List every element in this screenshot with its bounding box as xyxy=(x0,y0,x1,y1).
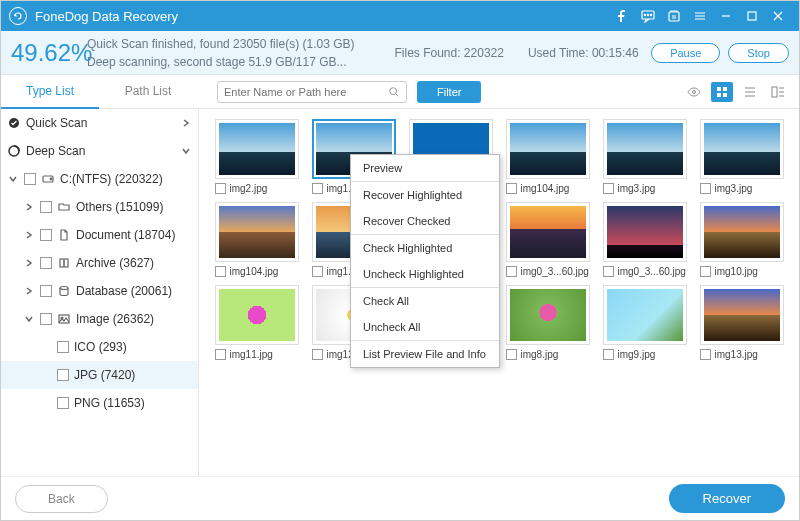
svg-rect-9 xyxy=(723,87,727,91)
ctx-recover-highlighted[interactable]: Recover Highlighted xyxy=(351,182,499,208)
chevron-right-icon xyxy=(23,231,35,239)
app-logo-icon xyxy=(9,7,27,25)
thumbnail[interactable]: img0_3...60.jpg xyxy=(599,202,690,277)
checkbox[interactable] xyxy=(603,349,614,360)
used-time: Used Time: 00:15:46 xyxy=(528,46,639,60)
thumbnail[interactable]: img2.jpg xyxy=(211,119,302,194)
status-bar: 49.62% Quick Scan finished, found 23050 … xyxy=(1,31,799,75)
checkbox[interactable] xyxy=(40,257,52,269)
sidebar-drive[interactable]: C:(NTFS) (220322) xyxy=(1,165,198,193)
preview-eye-icon[interactable] xyxy=(683,82,705,102)
check-circle-icon xyxy=(7,116,21,130)
svg-rect-12 xyxy=(772,87,777,97)
checkbox[interactable] xyxy=(57,341,69,353)
sidebar-database[interactable]: Database (20061) xyxy=(1,277,198,305)
ctx-recover-checked[interactable]: Recover Checked xyxy=(351,208,499,234)
filename: img3.jpg xyxy=(715,183,784,194)
sidebar-ico[interactable]: ICO (293) xyxy=(1,333,198,361)
checkbox[interactable] xyxy=(506,266,517,277)
app-title: FoneDog Data Recovery xyxy=(35,9,178,24)
svg-rect-8 xyxy=(717,87,721,91)
thumbnail[interactable]: img3.jpg xyxy=(599,119,690,194)
facebook-icon[interactable] xyxy=(609,1,635,31)
chevron-right-icon xyxy=(180,119,192,127)
thumbnail[interactable]: img3.jpg xyxy=(696,119,787,194)
checkbox[interactable] xyxy=(312,349,323,360)
checkbox[interactable] xyxy=(215,183,226,194)
filename: img104.jpg xyxy=(230,266,299,277)
checkbox[interactable] xyxy=(506,349,517,360)
pause-button[interactable]: Pause xyxy=(651,43,720,63)
ctx-list-preview[interactable]: List Preview File and Info xyxy=(351,341,499,367)
archive-icon xyxy=(57,257,71,269)
sidebar-quick-scan[interactable]: Quick Scan xyxy=(1,109,198,137)
thumbnail[interactable]: img10.jpg xyxy=(696,202,787,277)
sidebar-deep-scan[interactable]: Deep Scan xyxy=(1,137,198,165)
folder-icon xyxy=(57,201,71,213)
tab-type-list[interactable]: Type List xyxy=(1,75,99,109)
checkbox[interactable] xyxy=(312,183,323,194)
thumbnail[interactable]: img8.jpg xyxy=(502,285,593,360)
detail-view-icon[interactable] xyxy=(767,82,789,102)
sidebar-png[interactable]: PNG (11653) xyxy=(1,389,198,417)
grid-view-icon[interactable] xyxy=(711,82,733,102)
register-icon[interactable] xyxy=(661,1,687,31)
thumbnail[interactable]: img104.jpg xyxy=(502,119,593,194)
checkbox[interactable] xyxy=(603,266,614,277)
status-line1: Quick Scan finished, found 23050 file(s)… xyxy=(87,37,354,51)
ctx-uncheck-all[interactable]: Uncheck All xyxy=(351,314,499,340)
checkbox[interactable] xyxy=(603,183,614,194)
thumbnail[interactable]: img9.jpg xyxy=(599,285,690,360)
filename: img0_3...60.jpg xyxy=(521,266,590,277)
checkbox[interactable] xyxy=(700,349,711,360)
close-icon[interactable] xyxy=(765,1,791,31)
checkbox[interactable] xyxy=(40,201,52,213)
checkbox[interactable] xyxy=(57,397,69,409)
sidebar-archive[interactable]: Archive (3627) xyxy=(1,249,198,277)
minimize-icon[interactable] xyxy=(713,1,739,31)
checkbox[interactable] xyxy=(24,173,36,185)
sidebar-document[interactable]: Document (18704) xyxy=(1,221,198,249)
svg-rect-11 xyxy=(723,93,727,97)
app-window: FoneDog Data Recovery 49.62% Quick Scan … xyxy=(0,0,800,521)
ctx-check-highlighted[interactable]: Check Highlighted xyxy=(351,235,499,261)
filename: img11.jpg xyxy=(230,349,299,360)
checkbox[interactable] xyxy=(40,285,52,297)
checkbox[interactable] xyxy=(215,266,226,277)
thumbnail[interactable]: img13.jpg xyxy=(696,285,787,360)
checkbox[interactable] xyxy=(57,369,69,381)
back-button[interactable]: Back xyxy=(15,485,108,513)
search-box[interactable] xyxy=(217,81,407,103)
document-icon xyxy=(57,229,71,241)
checkbox[interactable] xyxy=(700,183,711,194)
chevron-right-icon xyxy=(23,203,35,211)
ctx-preview[interactable]: Preview xyxy=(351,155,499,181)
stop-button[interactable]: Stop xyxy=(728,43,789,63)
sidebar-others[interactable]: Others (151099) xyxy=(1,193,198,221)
checkbox[interactable] xyxy=(312,266,323,277)
sidebar-image[interactable]: Image (26362) xyxy=(1,305,198,333)
filter-button[interactable]: Filter xyxy=(417,81,481,103)
chevron-down-icon xyxy=(180,147,192,155)
checkbox[interactable] xyxy=(40,229,52,241)
ctx-check-all[interactable]: Check All xyxy=(351,288,499,314)
checkbox[interactable] xyxy=(700,266,711,277)
thumbnail[interactable]: img11.jpg xyxy=(211,285,302,360)
recover-button[interactable]: Recover xyxy=(669,484,785,513)
search-input[interactable] xyxy=(224,86,388,98)
menu-icon[interactable] xyxy=(687,1,713,31)
checkbox[interactable] xyxy=(40,313,52,325)
checkbox[interactable] xyxy=(506,183,517,194)
thumbnail[interactable]: img0_3...60.jpg xyxy=(502,202,593,277)
feedback-icon[interactable] xyxy=(635,1,661,31)
thumbnail[interactable]: img104.jpg xyxy=(211,202,302,277)
list-view-icon[interactable] xyxy=(739,82,761,102)
maximize-icon[interactable] xyxy=(739,1,765,31)
tab-path-list[interactable]: Path List xyxy=(99,75,197,109)
sidebar-jpg[interactable]: JPG (7420) xyxy=(1,361,198,389)
footer: Back Recover xyxy=(1,476,799,520)
svg-rect-5 xyxy=(748,12,756,20)
ctx-uncheck-highlighted[interactable]: Uncheck Highlighted xyxy=(351,261,499,287)
drive-icon xyxy=(41,173,55,185)
checkbox[interactable] xyxy=(215,349,226,360)
